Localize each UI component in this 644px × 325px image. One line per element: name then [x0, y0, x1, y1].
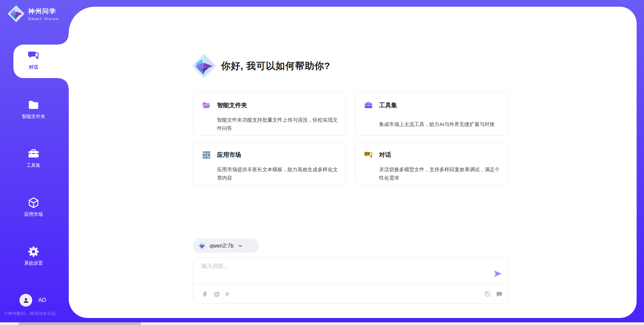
card-chat[interactable]: 对话 灵活切换多模型文件，支持多样回复效果调试，满足个性化需求: [355, 142, 508, 185]
chat-icon: [28, 50, 40, 62]
model-selector[interactable]: qwen2:7b: [193, 239, 259, 253]
hashtag-icon[interactable]: #: [225, 290, 229, 298]
greeting-text: 你好, 我可以如何帮助你?: [221, 60, 330, 72]
attachment-icon[interactable]: [201, 290, 208, 298]
avatar: [19, 294, 32, 307]
card-title: 智能文件夹: [217, 101, 338, 113]
user-account[interactable]: AD: [19, 294, 46, 307]
card-description: 集成市场上主流工具，助力AI与外界无缝扩展与对接: [379, 120, 500, 136]
chevron-down-icon: [238, 243, 243, 248]
model-name: qwen2:7b: [210, 243, 234, 249]
card-title: 对话: [379, 150, 500, 162]
chat-icon: [364, 150, 373, 159]
folder-icon: [28, 99, 40, 111]
card-app-market[interactable]: 应用市场 应用市场提供丰富长文本模板，助力高效生成多样化文章内容: [193, 142, 346, 185]
card-toolset[interactable]: 工具集 集成市场上主流工具，助力AI与外界无缝扩展与对接: [355, 92, 508, 136]
brand: 神州问学 Smart Vision: [7, 5, 59, 22]
send-button[interactable]: [493, 269, 503, 279]
model-diamond-logo-icon: [198, 242, 206, 250]
card-smart-folder[interactable]: 智能文件夹 智能文件夹功能支持批量文件上传与清洗，轻松实现文件问答: [193, 92, 346, 136]
brand-subtitle: Smart Vision: [28, 17, 59, 21]
brand-text: 神州问学 Smart Vision: [28, 7, 59, 21]
history-icon[interactable]: [484, 290, 491, 298]
card-description: 智能文件夹功能支持批量文件上传与清洗，轻松实现文件问答: [217, 116, 338, 135]
card-description: 灵活切换多模型文件，支持多样回复效果调试，满足个性化需求: [379, 165, 500, 185]
sidebar-nav: 对话 智能文件夹 工具集 应用市场 系统设置: [13, 45, 69, 289]
sidebar-item-label: 系统设置: [24, 260, 43, 266]
horizontal-scrollbar-thumb[interactable]: [18, 322, 141, 325]
sidebar-item-label: 工具集: [26, 162, 41, 169]
copyright: ©神州数码 · 神州问学出品: [5, 311, 56, 317]
horizontal-scrollbar[interactable]: [0, 322, 644, 325]
sidebar-item-label: 对话: [29, 64, 38, 70]
mention-icon[interactable]: @: [214, 290, 220, 298]
message-input[interactable]: [201, 262, 486, 279]
sidebar-item-app-market[interactable]: 应用市场: [13, 191, 69, 240]
person-icon: [22, 297, 30, 304]
brand-diamond-logo-icon: [7, 5, 25, 22]
sidebar-item-settings[interactable]: 系统设置: [13, 240, 69, 289]
cube-icon: [28, 197, 40, 209]
feedback-bubble-icon[interactable]: [496, 290, 503, 298]
user-initials: AD: [38, 297, 46, 304]
card-title: 工具集: [379, 101, 500, 117]
sidebar-item-label: 智能文件夹: [22, 114, 45, 120]
sidebar-item-toolset[interactable]: 工具集: [13, 142, 69, 191]
briefcase-icon: [28, 148, 40, 160]
greeting: 你好, 我可以如何帮助你?: [192, 54, 330, 78]
sidebar-item-chat[interactable]: 对话: [13, 45, 69, 78]
folder-open-icon: [202, 101, 211, 110]
gear-icon: [28, 246, 40, 258]
composer-toolbar: @ #: [193, 284, 508, 304]
brand-diamond-logo-icon: [192, 54, 216, 78]
chat-home-content: 你好, 我可以如何帮助你? 智能文件夹 智能文件夹功能支持批量文件上传与清洗，轻…: [193, 7, 508, 318]
composer-tools-right: [484, 290, 503, 298]
feature-cards: 智能文件夹 智能文件夹功能支持批量文件上传与清洗，轻松实现文件问答 工具集 集成…: [193, 92, 508, 185]
sidebar-item-smart-folder[interactable]: 智能文件夹: [13, 93, 69, 142]
sidebar-item-label: 应用市场: [24, 211, 43, 217]
main-panel: 你好, 我可以如何帮助你? 智能文件夹 智能文件夹功能支持批量文件上传与清洗，轻…: [69, 7, 637, 318]
message-composer: @ #: [193, 257, 508, 304]
briefcase-icon: [364, 101, 373, 110]
grid-icon: [202, 150, 211, 159]
card-title: 应用市场: [217, 150, 338, 162]
composer-tools-left: @ #: [201, 290, 229, 298]
send-icon: [493, 269, 503, 279]
card-description: 应用市场提供丰富长文本模板，助力高效生成多样化文章内容: [217, 165, 338, 185]
brand-name: 神州问学: [28, 7, 59, 16]
